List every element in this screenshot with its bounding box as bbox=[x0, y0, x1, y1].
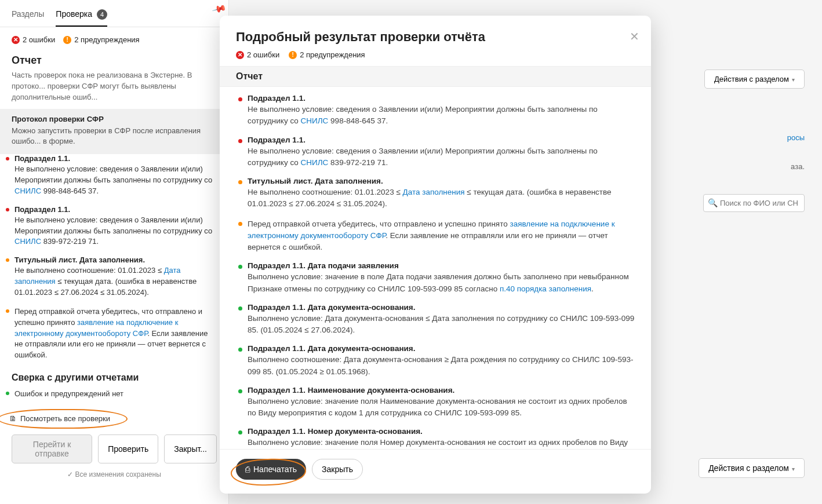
modal-issue-title: Подраздел 1.1. Номер документа-основания… bbox=[248, 427, 635, 436]
modal-issue-title: Подраздел 1.1. Дата подачи заявления bbox=[248, 261, 635, 270]
actions-bottom: Действия с разделом▾ bbox=[699, 458, 805, 478]
issue-link[interactable]: Дата заполнения bbox=[14, 266, 180, 286]
modal-body: Подраздел 1.1.Не выполнено условие: свед… bbox=[220, 87, 651, 449]
issue-text: Не выполнено условие: сведения о Заявлен… bbox=[12, 164, 217, 197]
sidebar-note: Часть проверок пока не реализована в Экс… bbox=[0, 70, 228, 109]
issue-link[interactable]: СНИЛС bbox=[14, 237, 41, 246]
bullet-orange-icon bbox=[238, 222, 242, 226]
cross-heading: Сверка с другими отчетами bbox=[0, 369, 228, 389]
tab-check-badge: 4 bbox=[97, 9, 107, 20]
modal-issue-text: Не выполнено соотношение: 01.01.2023 ≤ Д… bbox=[248, 187, 635, 210]
bullet-orange-icon bbox=[238, 180, 242, 184]
bullet-green-icon bbox=[238, 306, 242, 311]
modal-section-heading: Отчет bbox=[220, 66, 651, 87]
sidebar-tabs: Разделы Проверка 4 bbox=[0, 0, 228, 27]
modal-issue-item: Подраздел 1.1. Дата подачи заявленияВыпо… bbox=[236, 261, 635, 303]
sidebar-report-heading: Отчет bbox=[0, 52, 228, 70]
modal-issue-text: Не выполнено условие: сведения о Заявлен… bbox=[248, 104, 635, 127]
bullet-red-icon bbox=[238, 97, 242, 101]
chevron-down-icon: ▾ bbox=[792, 466, 795, 472]
modal-issue-item: Подраздел 1.1. Наименование документа-ос… bbox=[236, 386, 635, 428]
modal-issue-link[interactable]: заявление на подключение к электронному … bbox=[248, 220, 615, 240]
bullet-green-icon bbox=[6, 392, 9, 395]
tab-check-label: Проверка bbox=[56, 9, 92, 19]
modal-issue-link[interactable]: п.40 порядка заполнения bbox=[500, 284, 591, 293]
issue-title: Титульный лист. Дата заполнения. bbox=[12, 255, 217, 264]
issue-link[interactable]: заявление на подключение к электронному … bbox=[14, 318, 178, 338]
sidebar-buttons: Перейти к отправке Проверить Закрыт... bbox=[0, 429, 228, 467]
modal-issue-text: Выполнено соотношение: Дата документа-ос… bbox=[248, 354, 635, 378]
issue-text: Не выполнено соотношение: 01.01.2023 ≤ Д… bbox=[12, 265, 217, 298]
tab-sections[interactable]: Разделы bbox=[12, 6, 44, 27]
document-icon: 🗎 bbox=[9, 414, 17, 423]
modal-issue-title: Подраздел 1.1. Дата документа-основания. bbox=[248, 303, 635, 312]
protocol-text: Можно запустить проверки в СФР после исп… bbox=[12, 126, 217, 148]
bullet-red-icon bbox=[238, 139, 242, 143]
modal-summary: ✕2 ошибки !2 предупреждения bbox=[236, 50, 635, 59]
bullet-red-icon bbox=[6, 208, 9, 211]
bullet-green-icon bbox=[238, 348, 242, 352]
sidebar-summary: ✕2 ошибки !2 предупреждения bbox=[0, 27, 228, 52]
modal-issue-title: Подраздел 1.1. Наименование документа-ос… bbox=[248, 386, 635, 395]
annotation-circle: 🗎 Посмотреть все проверки bbox=[0, 409, 128, 429]
error-icon: ✕ bbox=[236, 51, 244, 59]
modal-issue-item: Подраздел 1.1. Номер документа-основания… bbox=[236, 427, 635, 449]
warning-icon: ! bbox=[289, 51, 297, 59]
summary-errors-text: 2 ошибки bbox=[23, 35, 55, 44]
cross-ok-text: Ошибок и предупреждений нет bbox=[12, 389, 217, 400]
modal-issue-text: Выполнено условие: Дата документа-основа… bbox=[248, 313, 635, 337]
modal-issue-title: Подраздел 1.1. bbox=[248, 94, 635, 103]
search-input[interactable] bbox=[703, 194, 805, 212]
visible-link-fragment[interactable]: росы bbox=[787, 133, 805, 142]
section-actions-button[interactable]: Действия с разделом▾ bbox=[704, 70, 805, 89]
tab-check[interactable]: Проверка 4 bbox=[56, 6, 107, 27]
modal-header: Подробный результат проверки отчёта ✕ ✕2… bbox=[220, 16, 651, 66]
view-all-wrapper: 🗎 Посмотреть все проверки bbox=[0, 408, 228, 429]
modal-warnings: !2 предупреждения bbox=[289, 50, 365, 59]
sidebar-issue[interactable]: Подраздел 1.1.Не выполнено условие: свед… bbox=[0, 154, 228, 205]
modal-issue-item: Подраздел 1.1. Дата документа-основания.… bbox=[236, 303, 635, 345]
search-wrapper: 🔍 bbox=[703, 194, 805, 212]
modal-dialog: Подробный результат проверки отчёта ✕ ✕2… bbox=[220, 16, 651, 494]
issue-link[interactable]: СНИЛС bbox=[14, 187, 41, 195]
print-button[interactable]: ⎙ Напечатать bbox=[236, 459, 306, 480]
bullet-green-icon bbox=[238, 389, 242, 393]
modal-issue-link[interactable]: СНИЛС bbox=[301, 158, 329, 167]
issue-text: Перед отправкой отчета убедитесь, что от… bbox=[12, 306, 217, 361]
visible-hint-fragment: аза. bbox=[791, 162, 805, 171]
modal-issue-link[interactable]: Дата заполнения bbox=[403, 188, 465, 196]
modal-title: Подробный результат проверки отчёта bbox=[236, 30, 635, 45]
check-button[interactable]: Проверить bbox=[98, 434, 158, 463]
search-icon: 🔍 bbox=[708, 198, 718, 207]
modal-warnings-text: 2 предупреждения bbox=[300, 50, 365, 59]
issue-text: Не выполнено условие: сведения о Заявлен… bbox=[12, 215, 217, 248]
sidebar-issue[interactable]: Титульный лист. Дата заполнения.Не выпол… bbox=[0, 255, 228, 306]
modal-issue-title: Титульный лист. Дата заполнения. bbox=[248, 177, 635, 185]
modal-close-button[interactable]: Закрыть bbox=[312, 459, 363, 480]
warning-icon: ! bbox=[63, 36, 71, 44]
section-actions-label-b: Действия с разделом bbox=[708, 463, 789, 473]
modal-issue-text: Перед отправкой отчета убедитесь, что от… bbox=[248, 218, 635, 254]
section-actions-button-bottom[interactable]: Действия с разделом▾ bbox=[699, 458, 805, 478]
close-icon[interactable]: ✕ bbox=[630, 30, 639, 43]
modal-issue-item: Титульный лист. Дата заполнения.Не выпол… bbox=[236, 177, 635, 218]
modal-issue-title: Подраздел 1.1. bbox=[248, 136, 635, 144]
bullet-red-icon bbox=[6, 157, 9, 160]
view-all-link[interactable]: 🗎 Посмотреть все проверки bbox=[9, 414, 110, 423]
sidebar-issue[interactable]: Подраздел 1.1.Не выполнено условие: свед… bbox=[0, 205, 228, 256]
modal-issue-item: Подраздел 1.1. Дата документа-основания.… bbox=[236, 344, 635, 386]
sidebar-issue[interactable]: Перед отправкой отчета убедитесь, что от… bbox=[0, 306, 228, 369]
modal-issue-text: Выполнено условие: значение поля Номер д… bbox=[248, 437, 635, 449]
close-button[interactable]: Закрыт... bbox=[164, 434, 217, 463]
cross-ok-item: Ошибок и предупреждений нет bbox=[0, 389, 228, 408]
section-actions-label: Действия с разделом bbox=[714, 75, 789, 83]
error-icon: ✕ bbox=[12, 36, 20, 44]
print-button-label: Напечатать bbox=[253, 465, 297, 474]
modal-footer: ⎙ Напечатать Закрыть bbox=[220, 449, 651, 494]
modal-errors: ✕2 ошибки bbox=[236, 50, 279, 59]
view-all-text: Посмотреть все проверки bbox=[20, 414, 110, 423]
send-button[interactable]: Перейти к отправке bbox=[12, 434, 92, 463]
saved-status: Все изменения сохранены bbox=[0, 467, 228, 485]
modal-issue-link[interactable]: СНИЛС bbox=[301, 116, 329, 125]
protocol-block[interactable]: Протокол проверки СФР Можно запустить пр… bbox=[0, 109, 228, 155]
